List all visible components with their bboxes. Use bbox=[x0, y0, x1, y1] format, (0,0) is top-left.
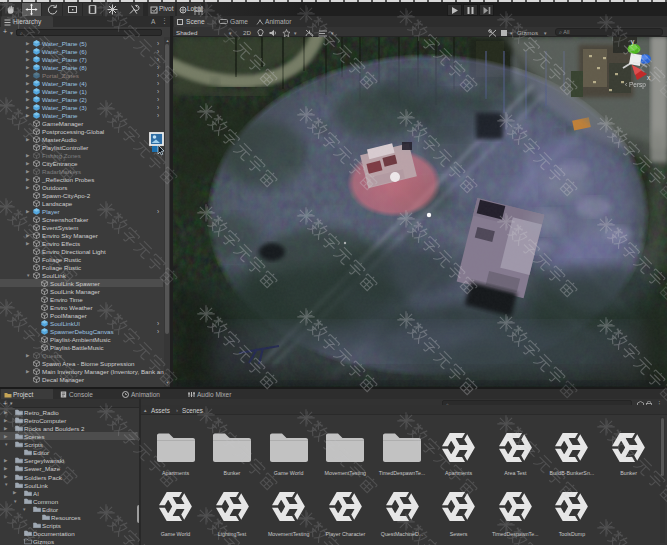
svg-text:‹ Persp: ‹ Persp bbox=[625, 81, 646, 89]
